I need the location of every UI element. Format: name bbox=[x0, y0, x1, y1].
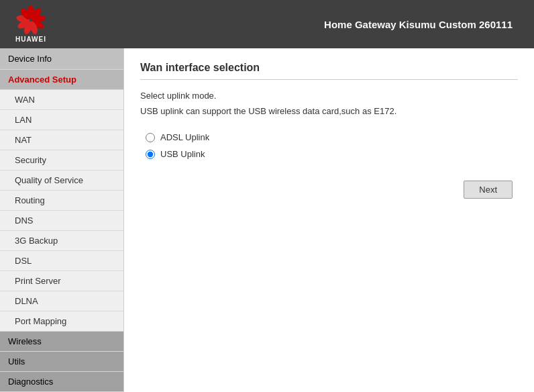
content-note: USB uplink can support the USB wireless … bbox=[140, 106, 518, 116]
sidebar-item-lan[interactable]: LAN bbox=[0, 110, 123, 130]
main-layout: Device Info Advanced Setup WAN LAN NAT S… bbox=[0, 48, 534, 392]
content-description: Select uplink mode. bbox=[140, 91, 518, 101]
sidebar-item-wan[interactable]: WAN bbox=[0, 90, 123, 110]
adsl-uplink-label[interactable]: ADSL Uplink bbox=[160, 132, 209, 142]
next-button[interactable]: Next bbox=[464, 181, 513, 199]
radio-row-adsl: ADSL Uplink bbox=[146, 132, 518, 142]
sidebar-item-diagnostics[interactable]: Diagnostics bbox=[0, 372, 123, 392]
sidebar-item-nat[interactable]: NAT bbox=[0, 130, 123, 150]
logo-container: HUAWEI bbox=[11, 5, 51, 43]
sidebar-item-3g-backup[interactable]: 3G Backup bbox=[0, 231, 123, 251]
header-title: Home Gateway Kisumu Custom 260111 bbox=[324, 19, 513, 30]
sidebar-item-print-server[interactable]: Print Server bbox=[0, 271, 123, 291]
content-area: Wan interface selection Select uplink mo… bbox=[124, 48, 534, 392]
sidebar: Device Info Advanced Setup WAN LAN NAT S… bbox=[0, 48, 124, 392]
sidebar-item-wireless[interactable]: Wireless bbox=[0, 332, 123, 352]
usb-uplink-label[interactable]: USB Uplink bbox=[160, 149, 205, 159]
sidebar-item-quality-of-service[interactable]: Quality of Service bbox=[0, 170, 123, 191]
page-title: Wan interface selection bbox=[140, 62, 518, 80]
button-row: Next bbox=[140, 181, 518, 199]
sidebar-item-port-mapping[interactable]: Port Mapping bbox=[0, 311, 123, 332]
sidebar-item-utils[interactable]: Utils bbox=[0, 352, 123, 372]
sidebar-item-routing[interactable]: Routing bbox=[0, 191, 123, 211]
sidebar-item-dlna[interactable]: DLNA bbox=[0, 291, 123, 311]
usb-uplink-radio[interactable] bbox=[146, 150, 155, 159]
sidebar-item-dsl[interactable]: DSL bbox=[0, 251, 123, 271]
sidebar-item-device-info[interactable]: Device Info bbox=[0, 48, 123, 70]
sidebar-item-advanced-setup[interactable]: Advanced Setup bbox=[0, 70, 123, 90]
sidebar-item-dns[interactable]: DNS bbox=[0, 211, 123, 231]
header: HUAWEI Home Gateway Kisumu Custom 260111 bbox=[0, 0, 534, 48]
radio-group: ADSL Uplink USB Uplink bbox=[146, 132, 518, 159]
huawei-logo bbox=[11, 5, 51, 36]
radio-row-usb: USB Uplink bbox=[146, 149, 518, 159]
sidebar-item-security[interactable]: Security bbox=[0, 150, 123, 170]
adsl-uplink-radio[interactable] bbox=[146, 133, 155, 142]
logo-text: HUAWEI bbox=[15, 36, 46, 43]
